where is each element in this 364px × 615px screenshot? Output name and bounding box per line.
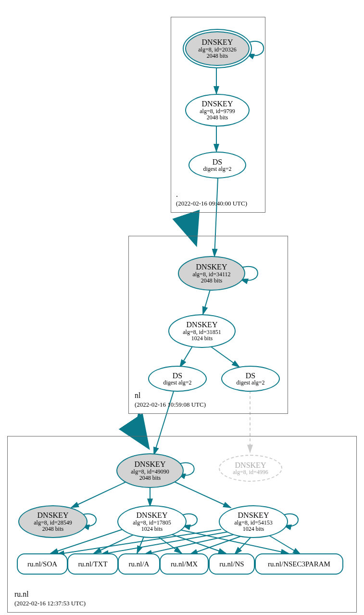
zone-label-runl: ru.nl [14,590,29,599]
record-soa: ru.nl/SOA [17,553,68,575]
node-title: DNSKEY [38,511,69,520]
node-sub: 1024 bits [141,526,163,532]
zone-timestamp-nl: (2022-02-16 10:59:08 UTC) [135,401,206,409]
record-label: ru.nl/NSEC3PARAM [268,560,330,568]
node-sub: alg=8, id=49090 [131,469,169,475]
node-sub: 2048 bits [207,115,228,121]
node-sub: alg=8, id=28549 [34,520,72,526]
record-nsec3param: ru.nl/NSEC3PARAM [255,553,343,575]
node-nl-dnskey-ksk: DNSKEY alg=8, id=34112 2048 bits [178,256,245,291]
record-label: ru.nl/MX [171,560,198,568]
node-runl-dnskey4: DNSKEY alg=8, id=54153 1024 bits [219,505,288,538]
zone-timestamp-root: (2022-02-16 09:40:00 UTC) [176,200,247,207]
node-nl-ds2: DS digest alg=2 [221,366,280,392]
node-sub: digest alg=2 [236,380,264,386]
record-label: ru.nl/A [129,560,150,568]
node-sub: 1024 bits [243,526,264,532]
record-label: ru.nl/NS [219,560,244,568]
record-a: ru.nl/A [118,553,160,575]
record-label: ru.nl/SOA [27,560,57,568]
node-sub: alg=8, id=9799 [200,108,235,115]
record-mx: ru.nl/MX [160,553,209,575]
node-runl-dnskey-ksk: DNSKEY alg=8, id=49090 2048 bits [116,453,184,488]
node-runl-dnskey3: DNSKEY alg=8, id=17805 1024 bits [117,505,187,538]
node-sub: alg=8, id=31851 [183,329,221,335]
node-title: DNSKEY [137,511,168,520]
record-label: ru.nl/TXT [78,560,107,568]
node-sub: alg=8, id=17805 [133,520,171,526]
node-sub: 2048 bits [139,475,161,481]
node-root-ds: DS digest alg=2 [188,152,246,179]
node-sub: digest alg=2 [163,380,191,386]
node-sub: alg=8, id=54153 [234,520,273,526]
node-title: DS [213,158,222,167]
node-sub: alg=8, id=20326 [198,47,237,53]
record-txt: ru.nl/TXT [67,553,118,575]
node-nl-dnskey-zsk: DNSKEY alg=8, id=31851 1024 bits [168,314,236,348]
node-sub: alg=8, id=4996 [233,469,268,475]
node-root-dnskey-ksk: DNSKEY alg=8, id=20326 2048 bits [185,31,250,66]
node-runl-dnskey-dashed: DNSKEY alg=8, id=4996 [219,455,282,482]
node-title: DNSKEY [187,320,218,329]
node-title: DNSKEY [238,511,269,520]
zone-timestamp-runl: (2022-02-16 12:37:53 UTC) [14,600,86,607]
node-sub: 2048 bits [207,53,228,59]
record-ns: ru.nl/NS [209,553,255,575]
node-title: DNSKEY [135,460,166,469]
node-root-dnskey-zsk: DNSKEY alg=8, id=9799 2048 bits [185,94,250,127]
node-runl-dnskey2: DNSKEY alg=8, id=28549 2048 bits [18,505,88,538]
node-title: DNSKEY [202,100,233,108]
node-title: DS [173,372,182,380]
zone-label-nl: nl [135,391,140,400]
node-title: DNSKEY [202,38,233,47]
node-sub: 2048 bits [42,526,63,532]
node-nl-ds1: DS digest alg=2 [148,366,207,392]
zone-label-root: . [176,190,178,199]
node-title: DNSKEY [235,461,266,470]
node-sub: digest alg=2 [203,166,231,172]
node-sub: 2048 bits [201,278,222,284]
node-sub: alg=8, id=34112 [192,271,230,278]
node-sub: 1024 bits [191,335,213,342]
node-title: DS [246,372,255,380]
node-title: DNSKEY [196,263,227,271]
